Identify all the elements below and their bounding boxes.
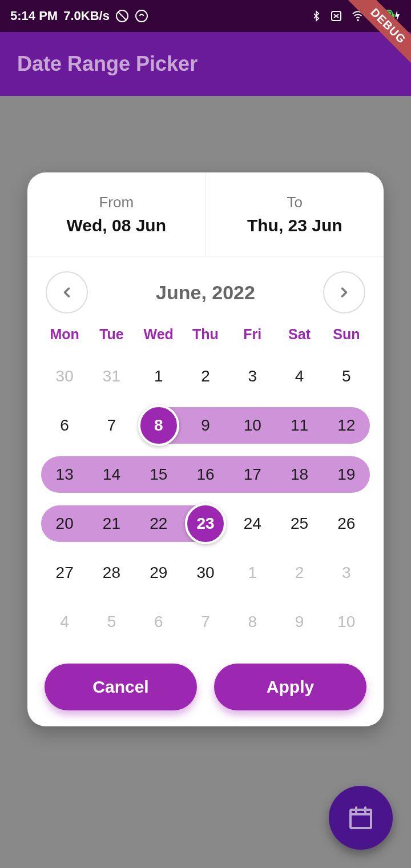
calendar-icon — [347, 804, 374, 831]
weekday-label: Sat — [276, 326, 323, 343]
day-cell[interactable]: 30 — [41, 352, 88, 401]
from-value: Wed, 08 Jun — [67, 216, 167, 235]
day-cell[interactable]: 8 — [229, 597, 276, 646]
day-cell[interactable]: 28 — [88, 548, 135, 597]
dnd-icon — [115, 9, 129, 23]
day-cell[interactable]: 18 — [276, 450, 323, 499]
chevron-left-icon — [59, 284, 75, 300]
status-net-speed: 7.0KB/s — [63, 9, 110, 23]
day-cell[interactable]: 4 — [41, 597, 88, 646]
day-cell-range-start[interactable]: 8 — [135, 401, 182, 450]
dialog-actions: Cancel Apply — [27, 651, 384, 726]
day-cell[interactable]: 7 — [88, 401, 135, 450]
range-header: From Wed, 08 Jun To Thu, 23 Jun — [27, 172, 384, 256]
day-cell[interactable]: 11 — [276, 401, 323, 450]
day-cell[interactable]: 15 — [135, 450, 182, 499]
status-time: 5:14 PM — [10, 9, 58, 23]
day-cell[interactable]: 1 — [229, 548, 276, 597]
day-cell[interactable]: 27 — [41, 548, 88, 597]
day-cell-range-end[interactable]: 23 — [182, 499, 229, 548]
svg-point-1 — [136, 10, 147, 22]
day-cell[interactable]: 3 — [323, 548, 370, 597]
day-cell[interactable]: 13 — [41, 450, 88, 499]
cancel-button[interactable]: Cancel — [45, 664, 197, 710]
day-cell[interactable]: 2 — [276, 548, 323, 597]
day-cell[interactable]: 29 — [135, 548, 182, 597]
calendar-grid: 30 31 1 2 3 4 5 6 7 8 9 10 11 12 13 14 1… — [27, 347, 384, 651]
day-cell[interactable]: 26 — [323, 499, 370, 548]
day-cell[interactable]: 5 — [88, 597, 135, 646]
day-cell[interactable]: 31 — [88, 352, 135, 401]
day-cell[interactable]: 24 — [229, 499, 276, 548]
day-cell[interactable]: 22 — [135, 499, 182, 548]
day-cell[interactable]: 25 — [276, 499, 323, 548]
day-cell[interactable]: 21 — [88, 499, 135, 548]
day-cell[interactable]: 10 — [323, 597, 370, 646]
prev-month-button[interactable] — [46, 271, 88, 314]
weekday-label: Mon — [41, 326, 88, 343]
weekday-label: Thu — [182, 326, 229, 343]
from-cell[interactable]: From Wed, 08 Jun — [27, 172, 206, 256]
next-month-button[interactable] — [323, 271, 365, 314]
from-label: From — [99, 194, 134, 211]
day-cell[interactable]: 1 — [135, 352, 182, 401]
day-cell[interactable]: 9 — [182, 401, 229, 450]
day-cell[interactable]: 4 — [276, 352, 323, 401]
rotate-lock-icon — [135, 9, 148, 23]
to-label: To — [287, 194, 303, 211]
weekday-label: Fri — [229, 326, 276, 343]
day-cell[interactable]: 12 — [323, 401, 370, 450]
day-cell[interactable]: 16 — [182, 450, 229, 499]
weekday-row: Mon Tue Wed Thu Fri Sat Sun — [27, 326, 384, 347]
day-cell[interactable]: 6 — [135, 597, 182, 646]
day-cell[interactable]: 19 — [323, 450, 370, 499]
day-cell[interactable]: 2 — [182, 352, 229, 401]
day-cell[interactable]: 10 — [229, 401, 276, 450]
month-nav: June, 2022 — [27, 256, 384, 326]
app-bar-title: Date Range Picker — [17, 52, 198, 76]
range-end-marker: 23 — [185, 503, 226, 544]
apply-button[interactable]: Apply — [214, 664, 366, 710]
to-cell[interactable]: To Thu, 23 Jun — [206, 172, 384, 256]
weekday-label: Sun — [323, 326, 370, 343]
day-cell[interactable]: 14 — [88, 450, 135, 499]
bluetooth-icon — [311, 9, 322, 23]
day-cell[interactable]: 7 — [182, 597, 229, 646]
day-cell[interactable]: 5 — [323, 352, 370, 401]
weekday-label: Tue — [88, 326, 135, 343]
app-bar: Date Range Picker — [0, 32, 411, 96]
day-cell[interactable]: 3 — [229, 352, 276, 401]
day-cell[interactable]: 9 — [276, 597, 323, 646]
day-cell[interactable]: 30 — [182, 548, 229, 597]
open-picker-fab[interactable] — [329, 786, 393, 850]
status-bar: 5:14 PM 7.0KB/s 100 — [0, 0, 411, 32]
weekday-label: Wed — [135, 326, 182, 343]
vibrate-icon — [329, 10, 344, 22]
to-value: Thu, 23 Jun — [247, 216, 342, 235]
range-start-marker: 8 — [138, 405, 179, 446]
month-title: June, 2022 — [156, 282, 255, 304]
day-cell[interactable]: 17 — [229, 450, 276, 499]
date-range-dialog: From Wed, 08 Jun To Thu, 23 Jun June, 20… — [27, 172, 384, 726]
svg-rect-8 — [350, 810, 371, 828]
day-cell[interactable]: 20 — [41, 499, 88, 548]
day-cell[interactable]: 6 — [41, 401, 88, 450]
chevron-right-icon — [336, 284, 352, 300]
svg-point-3 — [357, 19, 358, 21]
